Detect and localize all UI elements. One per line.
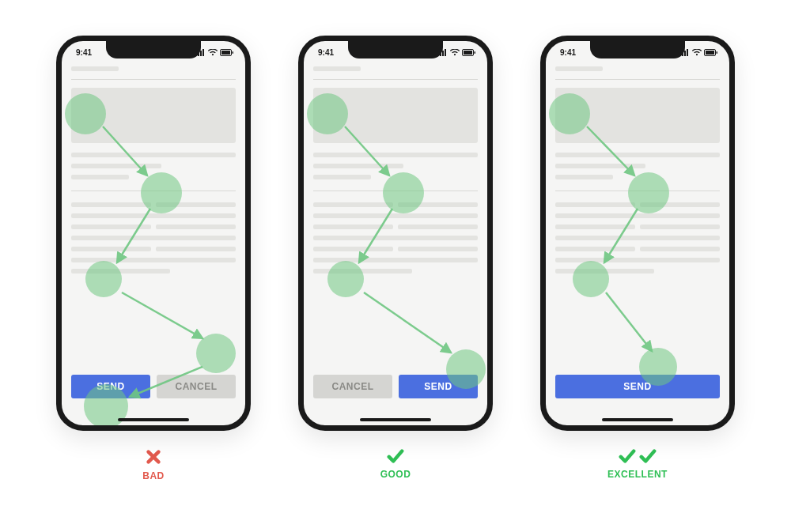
placeholder-title bbox=[313, 66, 361, 71]
send-label: SEND bbox=[424, 381, 452, 392]
example-bad: 9:41 bbox=[56, 36, 251, 481]
caption-good: GOOD bbox=[380, 448, 411, 480]
svg-rect-20 bbox=[717, 51, 718, 54]
check-icon bbox=[619, 448, 636, 464]
placeholder-line bbox=[555, 175, 613, 179]
placeholder-row bbox=[555, 247, 720, 251]
home-indicator bbox=[602, 418, 673, 421]
placeholder-row bbox=[313, 224, 478, 229]
status-right-cluster bbox=[437, 49, 476, 56]
placeholder-title bbox=[71, 66, 119, 71]
divider bbox=[313, 79, 478, 80]
placeholder-row bbox=[71, 202, 236, 207]
svg-rect-17 bbox=[687, 49, 688, 56]
battery-icon bbox=[462, 49, 476, 56]
placeholder-hero bbox=[313, 88, 478, 143]
phone-notch bbox=[590, 41, 685, 58]
svg-rect-12 bbox=[464, 51, 472, 55]
placeholder-line bbox=[313, 164, 403, 168]
placeholder-hero bbox=[71, 88, 236, 143]
send-label: SEND bbox=[623, 381, 651, 392]
placeholder-row bbox=[71, 247, 236, 251]
check-icon bbox=[639, 448, 657, 464]
placeholder-line bbox=[71, 236, 236, 240]
wifi-icon bbox=[208, 49, 218, 56]
send-button[interactable]: SEND bbox=[555, 375, 720, 398]
placeholder-line bbox=[313, 269, 412, 274]
example-excellent: 9:41 bbox=[540, 36, 735, 480]
svg-rect-13 bbox=[475, 51, 476, 54]
placeholder-line bbox=[555, 213, 720, 218]
button-row: CANCEL SEND bbox=[313, 375, 478, 398]
placeholder-line bbox=[313, 213, 478, 218]
wifi-icon bbox=[450, 49, 460, 56]
phone-mockup-bad: 9:41 bbox=[56, 36, 251, 431]
caption-label: BAD bbox=[142, 470, 165, 481]
cancel-button[interactable]: CANCEL bbox=[157, 375, 236, 398]
status-time: 9:41 bbox=[76, 48, 92, 57]
send-button[interactable]: SEND bbox=[399, 375, 478, 398]
caption-label: EXCELLENT bbox=[607, 469, 668, 480]
placeholder-row bbox=[555, 224, 720, 229]
battery-icon bbox=[220, 49, 234, 56]
svg-rect-16 bbox=[684, 51, 686, 56]
battery-icon bbox=[704, 49, 718, 56]
placeholder-line bbox=[555, 236, 720, 240]
status-time: 9:41 bbox=[560, 48, 576, 57]
divider bbox=[71, 79, 236, 80]
divider bbox=[555, 79, 720, 80]
home-indicator bbox=[118, 418, 189, 421]
divider bbox=[71, 191, 236, 191]
send-label: SEND bbox=[97, 381, 124, 392]
status-time: 9:41 bbox=[318, 48, 334, 57]
status-right-cluster bbox=[679, 49, 718, 56]
phone-content: CANCEL SEND bbox=[313, 66, 478, 411]
divider bbox=[313, 191, 478, 191]
phone-mockup-good: 9:41 bbox=[298, 36, 493, 431]
phone-notch bbox=[348, 41, 443, 58]
placeholder-line bbox=[313, 236, 478, 240]
button-row: SEND bbox=[555, 375, 720, 398]
cross-icon bbox=[145, 448, 162, 466]
phone-mockup-excellent: 9:41 bbox=[540, 36, 735, 431]
placeholder-line bbox=[71, 175, 129, 179]
placeholder-row bbox=[71, 224, 236, 229]
send-button[interactable]: SEND bbox=[71, 375, 150, 398]
placeholder-line bbox=[313, 258, 478, 262]
svg-rect-5 bbox=[221, 51, 230, 55]
example-good: 9:41 bbox=[298, 36, 493, 480]
placeholder-row bbox=[555, 202, 720, 207]
svg-rect-19 bbox=[706, 51, 714, 55]
placeholder-row bbox=[313, 247, 478, 251]
home-indicator bbox=[360, 418, 431, 421]
svg-rect-2 bbox=[200, 51, 202, 56]
placeholder-line bbox=[555, 164, 645, 168]
placeholder-line bbox=[555, 269, 654, 274]
cancel-button[interactable]: CANCEL bbox=[313, 375, 392, 398]
wifi-icon bbox=[692, 49, 702, 56]
placeholder-line bbox=[313, 175, 371, 179]
svg-rect-10 bbox=[445, 49, 446, 56]
divider bbox=[555, 191, 720, 191]
placeholder-line bbox=[555, 258, 720, 262]
svg-rect-3 bbox=[202, 49, 204, 56]
placeholder-line bbox=[71, 153, 236, 157]
placeholder-line bbox=[555, 153, 720, 157]
svg-rect-6 bbox=[233, 51, 234, 54]
placeholder-line bbox=[71, 213, 236, 218]
button-row: SEND CANCEL bbox=[71, 375, 236, 398]
phone-content: SEND bbox=[555, 66, 720, 411]
check-icon bbox=[387, 448, 404, 464]
placeholder-line bbox=[71, 269, 170, 274]
svg-rect-9 bbox=[442, 51, 444, 56]
caption-label: GOOD bbox=[380, 469, 411, 480]
placeholder-line bbox=[71, 258, 236, 262]
placeholder-line bbox=[71, 164, 161, 168]
phone-content: SEND CANCEL bbox=[71, 66, 236, 411]
phone-notch bbox=[106, 41, 201, 58]
caption-bad: BAD bbox=[142, 448, 165, 481]
status-right-cluster bbox=[195, 49, 234, 56]
placeholder-row bbox=[313, 202, 478, 207]
cancel-label: CANCEL bbox=[176, 381, 218, 392]
placeholder-title bbox=[555, 66, 603, 71]
